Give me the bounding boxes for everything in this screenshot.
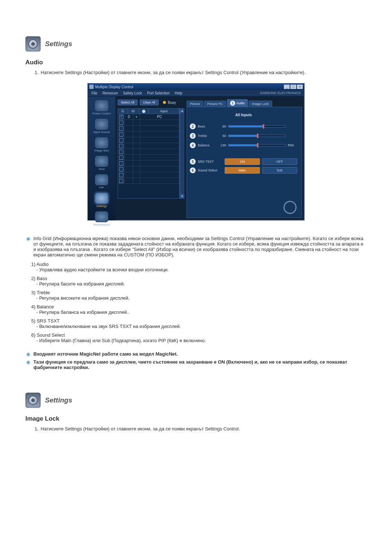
- row-checkbox[interactable]: [119, 144, 123, 148]
- footnote-text: Входният източник MagicNet работи само н…: [33, 351, 367, 357]
- tab-picture-pc[interactable]: Picture PC: [204, 101, 226, 107]
- table-row[interactable]: [118, 172, 179, 178]
- row-checkbox[interactable]: [119, 126, 123, 131]
- slider-thumb[interactable]: [257, 143, 258, 147]
- maximize-icon[interactable]: □: [290, 85, 296, 89]
- grid-header-check[interactable]: ☑: [118, 109, 128, 114]
- menu-port-selection[interactable]: Port Selection: [147, 91, 170, 95]
- row-checkbox[interactable]: [119, 173, 123, 177]
- sidebar-item-input-source[interactable]: Input Source: [93, 119, 110, 134]
- table-row[interactable]: 0 ● PC: [118, 114, 179, 120]
- row-checkbox[interactable]: [119, 121, 123, 125]
- definition-term: 2) Bass: [25, 275, 367, 281]
- slider-label: Treble: [198, 134, 215, 138]
- menubar: File Remocon Safety Lock Port Selection …: [88, 90, 304, 97]
- row-checkbox[interactable]: [119, 167, 123, 171]
- row-checkbox[interactable]: [119, 115, 123, 119]
- section-header-settings-1: Settings: [25, 36, 367, 52]
- menu-safety-lock[interactable]: Safety Lock: [123, 91, 142, 95]
- row-id: [125, 126, 133, 131]
- menu-help[interactable]: Help: [175, 91, 182, 95]
- table-row[interactable]: [118, 126, 179, 131]
- row-checkbox[interactable]: [119, 161, 123, 166]
- row-status-icon: [133, 143, 140, 149]
- table-row[interactable]: [118, 166, 179, 172]
- row-input: [140, 149, 179, 154]
- sidebar: Power Control Input Source Image Size Ti…: [88, 97, 115, 220]
- slider-thumb[interactable]: [257, 134, 258, 138]
- toggle-option-b[interactable]: Sub: [262, 167, 297, 174]
- close-icon[interactable]: ×: [297, 85, 303, 89]
- minimize-icon[interactable]: _: [284, 85, 290, 89]
- table-row[interactable]: [118, 161, 179, 166]
- sidebar-item-image-size[interactable]: Image Size: [94, 137, 109, 152]
- instruction-item: 1. Натиснете Settings (Настройки) от гла…: [25, 69, 367, 76]
- toggle-option-a[interactable]: Main: [225, 167, 260, 174]
- sidebar-item-pip[interactable]: PIP: [95, 174, 108, 189]
- row-id: [125, 149, 133, 154]
- definition-desc: - Регулира високите на избрания дисплей.: [25, 295, 367, 303]
- row-status-icon: [133, 120, 140, 125]
- slider-right-label: R50: [288, 143, 297, 147]
- slider-track[interactable]: [228, 135, 286, 137]
- slider-thumb[interactable]: [263, 124, 264, 129]
- row-input: [140, 120, 179, 125]
- instruction-number: 1.: [31, 426, 38, 432]
- select-all-button[interactable]: Select All: [118, 100, 138, 105]
- sidebar-item-time[interactable]: Time: [95, 156, 108, 171]
- row-id: [125, 143, 133, 149]
- callout-number: 6: [190, 167, 196, 173]
- slider-track[interactable]: [228, 125, 286, 127]
- sidebar-item-label: Power Control: [93, 112, 111, 115]
- tab-picture[interactable]: Picture: [187, 101, 203, 107]
- sidebar-item-maintenance[interactable]: Maintenance: [93, 211, 110, 226]
- tab-label: Audio: [236, 101, 245, 105]
- table-row[interactable]: [118, 131, 179, 137]
- table-row[interactable]: [118, 155, 179, 161]
- grid-scrollbar[interactable]: ▲ ▼: [180, 108, 184, 199]
- row-checkbox[interactable]: [119, 138, 123, 142]
- callout-number: 4: [190, 142, 196, 148]
- footnote-magicnet: ✱ Входният източник MagicNet работи само…: [25, 351, 367, 358]
- app-screenshot: Multiple Display Control _ □ × File Remo…: [87, 83, 305, 220]
- row-checkbox[interactable]: [119, 132, 123, 137]
- slider-track[interactable]: [228, 144, 286, 146]
- gear-icon: [28, 396, 38, 405]
- row-checkbox[interactable]: [119, 179, 123, 183]
- row-input: [140, 155, 179, 160]
- sidebar-item-label: Time: [98, 167, 105, 171]
- scroll-down-icon[interactable]: ▼: [180, 194, 184, 199]
- table-row[interactable]: [118, 149, 179, 155]
- row-id: [125, 172, 133, 178]
- instruction-list: 1. Натиснете Settings (Настройки) от гла…: [25, 69, 367, 76]
- toggle-row: 6 Sound Select Main Sub: [190, 167, 297, 174]
- row-status-icon: [133, 172, 140, 178]
- grid-header-input: Input: [149, 109, 179, 114]
- time-icon: [95, 156, 108, 167]
- row-checkbox[interactable]: [119, 155, 123, 160]
- instruction-item: 1. Натиснете Settings (Настройки) от гла…: [25, 425, 367, 432]
- sidebar-item-label: Maintenance: [93, 223, 110, 226]
- tab-audio[interactable]: 1Audio: [227, 99, 248, 107]
- toggle-label: SRS TSXT: [198, 160, 222, 163]
- scroll-up-icon[interactable]: ▲: [180, 108, 184, 113]
- table-row[interactable]: [118, 137, 179, 143]
- menu-file[interactable]: File: [91, 91, 97, 95]
- toggle-option-a[interactable]: ON: [225, 158, 260, 165]
- sidebar-item-label: Settings: [97, 204, 107, 208]
- toggle-option-b[interactable]: OFF: [262, 158, 297, 165]
- table-row[interactable]: [118, 120, 179, 126]
- table-row[interactable]: [118, 143, 179, 149]
- callout-number: 3: [190, 133, 196, 139]
- clear-all-button[interactable]: Clear All: [140, 100, 159, 105]
- brand-label: SAMSUNG ELECTRONICS: [260, 91, 301, 95]
- menu-remocon[interactable]: Remocon: [102, 91, 118, 95]
- tab-image-lock[interactable]: Image Lock: [249, 101, 272, 107]
- slider-row: 2 Bass 60: [190, 123, 297, 130]
- callout-number: 2: [190, 123, 196, 129]
- table-row[interactable]: [118, 178, 179, 184]
- sidebar-item-label: PIP: [99, 186, 104, 189]
- row-checkbox[interactable]: [119, 150, 123, 154]
- sidebar-item-power-control[interactable]: Power Control: [93, 100, 111, 115]
- sidebar-item-settings[interactable]: Settings: [95, 193, 108, 208]
